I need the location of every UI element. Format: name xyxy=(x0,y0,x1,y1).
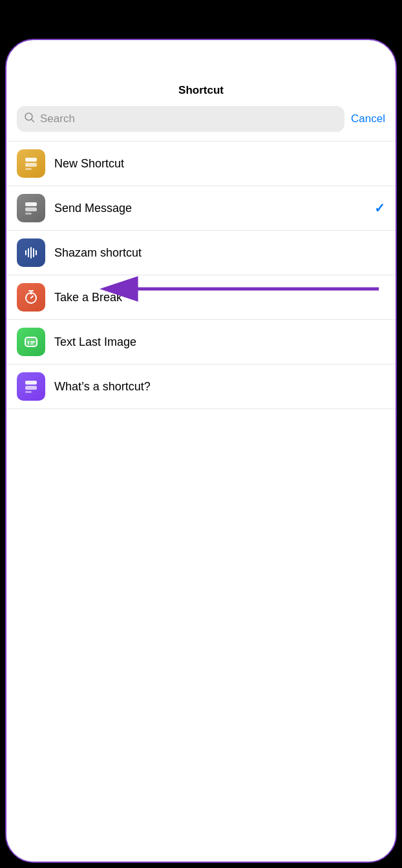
svg-rect-7 xyxy=(25,213,32,215)
search-placeholder: Search xyxy=(40,112,75,125)
svg-rect-22 xyxy=(25,381,37,385)
svg-rect-5 xyxy=(25,202,37,206)
send-message-icon xyxy=(17,194,45,222)
svg-rect-6 xyxy=(25,207,37,211)
svg-rect-9 xyxy=(28,248,29,257)
cancel-button[interactable]: Cancel xyxy=(351,112,385,125)
text-last-image-icon xyxy=(17,328,45,356)
svg-rect-12 xyxy=(36,250,37,255)
shortcut-list: New Shortcut Send Message ✓ xyxy=(6,141,396,409)
svg-rect-3 xyxy=(25,163,37,167)
modal-title: Shortcut xyxy=(6,72,396,106)
text-last-image-label: Text Last Image xyxy=(54,335,385,349)
take-a-break-label: Take a Break xyxy=(54,291,385,304)
search-icon xyxy=(25,112,35,125)
list-item-text-last-image[interactable]: Text Last Image xyxy=(6,320,396,365)
svg-rect-24 xyxy=(25,391,32,393)
new-shortcut-label: New Shortcut xyxy=(54,157,385,171)
svg-rect-4 xyxy=(25,168,32,170)
list-item-new-shortcut[interactable]: New Shortcut xyxy=(6,142,396,186)
svg-line-15 xyxy=(31,296,33,298)
new-shortcut-icon xyxy=(17,149,45,178)
search-row: Search Cancel xyxy=(6,106,396,141)
whats-a-shortcut-label: What’s a shortcut? xyxy=(54,380,385,394)
svg-rect-8 xyxy=(25,250,26,255)
svg-point-18 xyxy=(28,341,30,343)
list-item-send-message[interactable]: Send Message ✓ xyxy=(6,186,396,231)
shazam-shortcut-label: Shazam shortcut xyxy=(54,246,385,260)
send-message-label: Send Message xyxy=(54,202,374,215)
svg-rect-10 xyxy=(30,247,32,259)
list-item-shazam-shortcut[interactable]: Shazam shortcut xyxy=(6,231,396,275)
list-item-whats-a-shortcut[interactable]: What’s a shortcut? xyxy=(6,365,396,409)
whats-a-shortcut-icon xyxy=(17,372,45,401)
svg-point-21 xyxy=(28,343,29,344)
checkmark-icon: ✓ xyxy=(374,200,385,216)
svg-rect-2 xyxy=(25,158,37,162)
svg-rect-11 xyxy=(33,248,34,257)
take-a-break-icon xyxy=(17,283,45,312)
svg-line-1 xyxy=(32,120,34,122)
shazam-shortcut-icon xyxy=(17,238,45,267)
svg-rect-23 xyxy=(25,386,37,390)
search-bar[interactable]: Search xyxy=(17,106,344,132)
list-item-take-a-break[interactable]: Take a Break xyxy=(6,275,396,320)
